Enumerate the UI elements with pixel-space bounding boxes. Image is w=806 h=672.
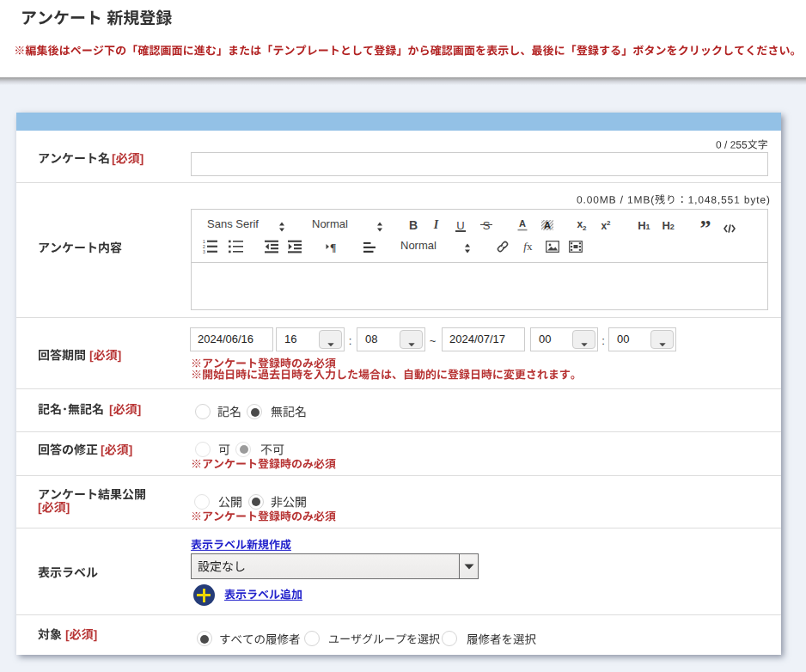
svg-text:A: A (519, 219, 526, 229)
svg-text:¶: ¶ (330, 240, 336, 253)
svg-text:3: 3 (203, 249, 205, 254)
svg-text:A: A (544, 220, 551, 230)
